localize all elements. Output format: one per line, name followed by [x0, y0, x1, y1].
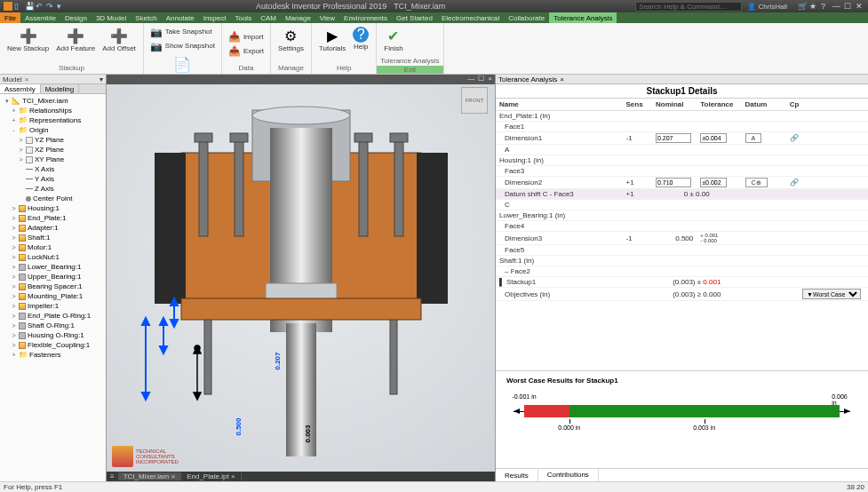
- ribbon-btn-take-snapshot[interactable]: 📷Take Snapshot: [147, 25, 218, 39]
- tree-node[interactable]: +📁Fasteners: [2, 350, 104, 360]
- col-tolerance[interactable]: Tolerance: [697, 99, 741, 111]
- stackup-table[interactable]: NameSensNominalToleranceDatumCpEnd_Plate…: [496, 99, 868, 370]
- tree-node[interactable]: >Bearing Spacer:1: [2, 282, 104, 291]
- ribbon-btn-export[interactable]: 📤Export: [226, 44, 267, 59]
- maximize-icon[interactable]: ☐: [844, 2, 853, 11]
- tree-node[interactable]: >XY Plane: [2, 155, 104, 164]
- tolerance-panel-close-icon[interactable]: ×: [560, 75, 564, 83]
- table-row[interactable]: Housing:1 (in): [496, 155, 868, 166]
- tolerance-input[interactable]: [700, 133, 727, 143]
- file-tabs-menu-icon[interactable]: ≡: [107, 472, 118, 480]
- tree-node[interactable]: >Lower_Bearing:1: [2, 262, 104, 272]
- result-tab-contributions[interactable]: Contributions: [538, 469, 599, 481]
- qat-undo-icon[interactable]: ↶: [36, 2, 44, 11]
- tree-node[interactable]: >Shaft:1: [2, 233, 104, 242]
- ribbon-btn-add-offset[interactable]: ➕Add Offset: [99, 25, 139, 63]
- model-tab-modeling[interactable]: Modeling: [41, 84, 79, 93]
- menu-tools[interactable]: Tools: [230, 12, 256, 23]
- result-tab-results[interactable]: Results: [496, 469, 538, 481]
- tree-node[interactable]: +📁Relationships: [2, 106, 104, 115]
- tree-node[interactable]: -📁Origin: [2, 125, 104, 135]
- menu-annotate[interactable]: Annotate: [162, 12, 199, 23]
- menu-electromechanical[interactable]: Electromechanical: [437, 12, 504, 23]
- ribbon-btn-new-stackup[interactable]: ➕New Stackup: [4, 25, 52, 63]
- menu-inspect[interactable]: Inspect: [199, 12, 231, 23]
- tree-node[interactable]: Z Axis: [2, 184, 104, 194]
- ribbon-btn-finish[interactable]: ✔Finish: [380, 25, 406, 56]
- tree-node[interactable]: Y Axis: [2, 174, 104, 184]
- datum-box[interactable]: C⊕: [745, 178, 768, 187]
- menu-manage[interactable]: Manage: [281, 12, 315, 23]
- menu-view[interactable]: View: [315, 12, 339, 23]
- menu-cam[interactable]: CAM: [256, 12, 281, 23]
- ribbon-btn-add-feature[interactable]: ➕Add Feature: [52, 25, 99, 63]
- qat-more-icon[interactable]: ▾: [57, 2, 66, 11]
- search-input[interactable]: [635, 2, 742, 12]
- tree-root[interactable]: ▾📐 TCI_Mixer.iam: [2, 96, 104, 106]
- menu-tolerance-analysis[interactable]: Tolerance Analysis: [549, 12, 617, 23]
- ribbon-btn-settings[interactable]: ⚙Settings: [275, 25, 307, 63]
- tree-node[interactable]: >Adapter:1: [2, 223, 104, 233]
- user-label[interactable]: 👤 ChrisHall: [747, 3, 787, 11]
- table-row[interactable]: Face1: [496, 122, 868, 132]
- tolerance-input[interactable]: [700, 178, 727, 187]
- menu-3d-model[interactable]: 3D Model: [92, 12, 131, 23]
- table-row[interactable]: Face3: [496, 166, 868, 177]
- ribbon-btn-show-snapshot[interactable]: 📷Show Snapshot: [147, 39, 218, 53]
- link-icon[interactable]: 🔗: [790, 179, 799, 186]
- col-sens[interactable]: Sens: [622, 99, 652, 111]
- tree-node[interactable]: Center Point: [2, 194, 104, 203]
- nominal-input[interactable]: [656, 178, 691, 187]
- table-row[interactable]: Face4: [496, 221, 868, 232]
- table-row[interactable]: Datum shift C - Face3+10 ± 0.00: [496, 189, 868, 200]
- minimize-icon[interactable]: —: [832, 2, 841, 11]
- table-row[interactable]: ▌ Stackup1(0.003) ± 0.001: [496, 277, 868, 288]
- table-row[interactable]: A: [496, 145, 868, 155]
- cart-icon[interactable]: 🛒: [798, 2, 807, 11]
- col-name[interactable]: Name: [496, 99, 622, 111]
- menu-design[interactable]: Design: [60, 12, 92, 23]
- tree-node[interactable]: >Impeller:1: [2, 301, 104, 311]
- help-icon[interactable]: ?: [821, 2, 830, 11]
- col-nominal[interactable]: Nominal: [652, 99, 697, 111]
- viewport[interactable]: — ☐ × FRONT: [107, 75, 495, 481]
- close-icon[interactable]: ✕: [856, 2, 864, 11]
- file-tab[interactable]: TCI_Mixer.iam ×: [118, 472, 181, 480]
- tree-node[interactable]: >Housing:1: [2, 203, 104, 213]
- tree-node[interactable]: >Shaft O-Ring:1: [2, 321, 104, 330]
- file-tab[interactable]: End_Plate.ipt ×: [181, 472, 241, 480]
- table-row[interactable]: Dimension1-1A🔗: [496, 132, 868, 145]
- table-row[interactable]: – Face2: [496, 266, 868, 277]
- tree-node[interactable]: >YZ Plane: [2, 135, 104, 145]
- qat-open-icon[interactable]: ▯: [14, 2, 23, 11]
- qat-save-icon[interactable]: 💾: [25, 2, 34, 11]
- tree-node[interactable]: >Housing O-Ring:1: [2, 330, 104, 340]
- table-row[interactable]: Face5: [496, 245, 868, 256]
- tree-node[interactable]: X Axis: [2, 164, 104, 174]
- tree-node[interactable]: >LockNut:1: [2, 252, 104, 262]
- menu-environments[interactable]: Environments: [339, 12, 392, 23]
- link-icon[interactable]: 🔗: [790, 134, 799, 142]
- ribbon-btn-help[interactable]: ?Help: [349, 25, 372, 63]
- menu-collaborate[interactable]: Collaborate: [504, 12, 549, 23]
- tree-node[interactable]: >Mounting_Plate:1: [2, 291, 104, 301]
- tree-node[interactable]: >Upper_Bearing:1: [2, 272, 104, 282]
- tree-node[interactable]: >End_Plate:1: [2, 213, 104, 223]
- table-row[interactable]: End_Plate:1 (in): [496, 111, 868, 122]
- analysis-mode-select[interactable]: ▼Worst Case: [802, 289, 861, 299]
- tree-node[interactable]: >Motor:1: [2, 242, 104, 252]
- tree-node[interactable]: >XZ Plane: [2, 145, 104, 155]
- ribbon-btn-import[interactable]: 📥Import: [226, 30, 267, 44]
- model-panel-pin-icon[interactable]: ▾: [100, 75, 103, 83]
- viewport-close-icon[interactable]: ×: [488, 75, 492, 84]
- tree-node[interactable]: >End_Plate O-Ring:1: [2, 311, 104, 321]
- table-row[interactable]: Dimension2+1C⊕🔗: [496, 177, 868, 189]
- model-tab-assembly[interactable]: Assembly: [0, 84, 41, 93]
- table-row[interactable]: Objectives (in)(0.003) ≥ 0.000▼Worst Cas…: [496, 288, 868, 301]
- tree-node[interactable]: >Flexible_Coupling:1: [2, 340, 104, 350]
- menu-sketch[interactable]: Sketch: [131, 12, 161, 23]
- model-tree[interactable]: ▾📐 TCI_Mixer.iam+📁Relationships+📁Represe…: [0, 94, 106, 481]
- menu-assemble[interactable]: Assemble: [20, 12, 60, 23]
- model-panel-close-icon[interactable]: ×: [25, 75, 29, 83]
- menu-file[interactable]: File: [0, 12, 20, 23]
